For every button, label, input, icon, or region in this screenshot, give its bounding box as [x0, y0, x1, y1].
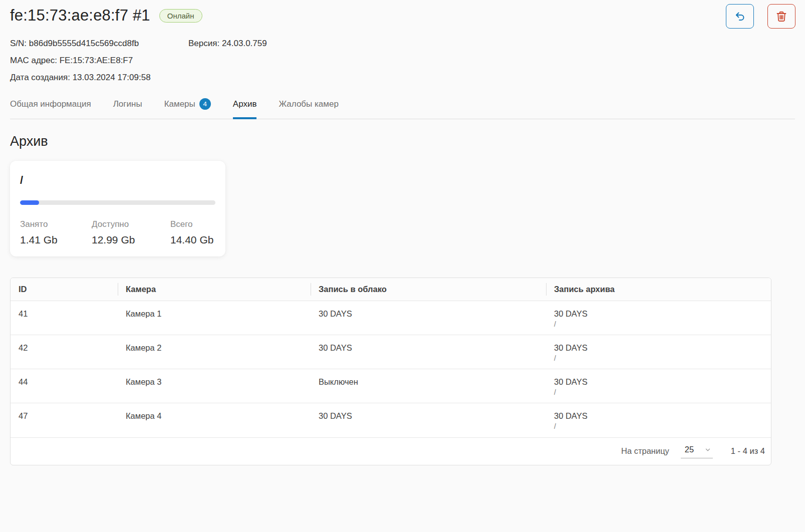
tab-label: Архив [233, 99, 257, 109]
storage-card: / Занято 1.41 Gb Доступно 12.99 Gb Всего… [10, 161, 225, 256]
serial-number: S/N: b86d9b5555d415c569ccd8fb [10, 39, 188, 49]
creation-date: Дата создания: 13.03.2024 17:09:58 [10, 73, 151, 83]
status-badge: Онлайн [159, 9, 202, 23]
archive-path: / [554, 354, 763, 363]
tab-label: Общая информация [10, 99, 91, 109]
cameras-count-badge: 4 [199, 98, 211, 110]
table-row: 41 Камера 1 30 DAYS 30 DAYS / [11, 301, 771, 335]
per-page-select[interactable]: 25 [681, 444, 713, 458]
delete-button[interactable] [767, 4, 795, 29]
storage-progress-fill [20, 200, 39, 205]
cell-cloud: Выключен [311, 369, 546, 403]
tab-cameras[interactable]: Камеры 4 [164, 95, 211, 119]
storage-progress-bar [20, 200, 215, 205]
cell-id: 47 [11, 403, 118, 437]
archive-duration: 30 DAYS [554, 309, 588, 318]
cell-camera: Камера 3 [118, 369, 311, 403]
device-meta: S/N: b86d9b5555d415c569ccd8fb Версия: 24… [10, 39, 795, 83]
table-row: 44 Камера 3 Выключен 30 DAYS / [11, 369, 771, 403]
device-detail-page: fe:15:73:ae:e8:f7 #1 Онлайн [0, 0, 805, 465]
chevron-down-icon [704, 446, 711, 453]
stat-value: 1.41 Gb [20, 234, 92, 246]
column-header-id: ID [11, 278, 118, 301]
tab-label: Жалобы камер [279, 99, 338, 109]
page-header: fe:15:73:ae:e8:f7 #1 Онлайн [10, 0, 795, 25]
cell-camera: Камера 4 [118, 403, 311, 437]
stat-label: Доступно [92, 219, 170, 229]
table-row: 47 Камера 4 30 DAYS 30 DAYS / [11, 403, 771, 437]
tab-general-info[interactable]: Общая информация [10, 95, 91, 119]
cell-camera: Камера 1 [118, 301, 311, 335]
column-header-camera: Камера [118, 278, 311, 301]
archive-duration: 30 DAYS [554, 343, 588, 352]
per-page-label: На страницу [621, 446, 669, 456]
firmware-version: Версия: 24.03.0.759 [188, 39, 267, 49]
archive-duration: 30 DAYS [554, 377, 588, 386]
page-title: fe:15:73:ae:e8:f7 #1 [10, 7, 150, 25]
cell-archive: 30 DAYS / [546, 335, 771, 369]
stat-used: Занято 1.41 Gb [20, 219, 92, 246]
header-actions [726, 4, 795, 29]
stat-available: Доступно 12.99 Gb [92, 219, 170, 246]
cell-cloud: 30 DAYS [311, 335, 546, 369]
mac-address: MAC адрес: FE:15:73:AE:E8:F7 [10, 56, 133, 66]
tab-label: Камеры [164, 99, 195, 109]
undo-arrow-icon [734, 11, 746, 23]
back-button[interactable] [726, 4, 754, 29]
stat-label: Всего [170, 219, 215, 229]
stat-value: 12.99 Gb [92, 234, 170, 246]
cell-archive: 30 DAYS / [546, 403, 771, 437]
cell-cloud: 30 DAYS [311, 403, 546, 437]
table-header-row: ID Камера Запись в облако Запись архива [11, 278, 771, 301]
column-header-cloud-recording: Запись в облако [311, 278, 546, 301]
archive-path: / [554, 422, 763, 431]
archive-path: / [554, 388, 763, 397]
tab-camera-complaints[interactable]: Жалобы камер [279, 95, 338, 119]
storage-stats: Занято 1.41 Gb Доступно 12.99 Gb Всего 1… [20, 219, 215, 246]
stat-label: Занято [20, 219, 92, 229]
cell-id: 41 [11, 301, 118, 335]
cameras-table: ID Камера Запись в облако Запись архива … [10, 278, 771, 465]
pagination-range: 1 - 4 из 4 [731, 446, 765, 456]
cell-archive: 30 DAYS / [546, 301, 771, 335]
mount-point: / [20, 174, 215, 187]
column-header-archive-recording: Запись архива [546, 278, 771, 301]
section-title: Архив [10, 134, 795, 149]
trash-icon [775, 11, 787, 23]
tab-archive[interactable]: Архив [233, 95, 257, 119]
archive-duration: 30 DAYS [554, 411, 588, 420]
cell-archive: 30 DAYS / [546, 369, 771, 403]
tab-label: Логины [113, 99, 142, 109]
tab-bar: Общая информация Логины Камеры 4 Архив Ж… [10, 95, 795, 119]
stat-total: Всего 14.40 Gb [170, 219, 215, 246]
cell-camera: Камера 2 [118, 335, 311, 369]
cell-id: 42 [11, 335, 118, 369]
cell-id: 44 [11, 369, 118, 403]
table-row: 42 Камера 2 30 DAYS 30 DAYS / [11, 335, 771, 369]
archive-path: / [554, 320, 763, 329]
cell-cloud: 30 DAYS [311, 301, 546, 335]
table-pagination: На страницу 25 1 - 4 из 4 [11, 437, 771, 465]
stat-value: 14.40 Gb [170, 234, 215, 246]
tab-logins[interactable]: Логины [113, 95, 142, 119]
per-page-value: 25 [685, 445, 694, 454]
